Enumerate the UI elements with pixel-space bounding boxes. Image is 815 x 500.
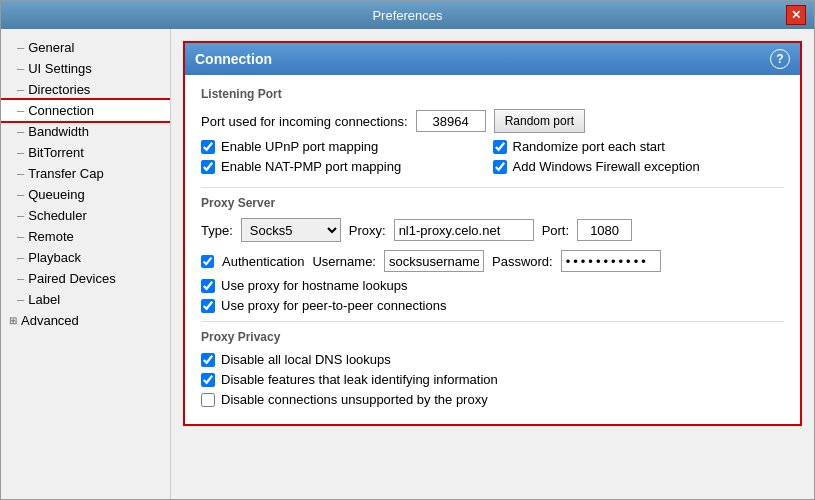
title-bar: Preferences ✕ — [1, 1, 814, 29]
sidebar-item-label[interactable]: – Label — [1, 289, 170, 310]
sidebar-item-label: UI Settings — [28, 61, 92, 76]
sidebar-item-label: General — [28, 40, 74, 55]
help-button[interactable]: ? — [770, 49, 790, 69]
p2p-proxy-checkbox[interactable] — [201, 299, 215, 313]
random-port-button[interactable]: Random port — [494, 109, 585, 133]
proxy-privacy-title: Proxy Privacy — [201, 330, 784, 344]
sidebar-item-label: Scheduler — [28, 208, 87, 223]
disable-dns-checkbox[interactable] — [201, 353, 215, 367]
port-label: Port used for incoming connections: — [201, 114, 408, 129]
sidebar-item-label: Advanced — [21, 313, 79, 328]
dash-icon: – — [17, 208, 24, 223]
hostname-proxy-checkbox[interactable] — [201, 279, 215, 293]
dash-icon: – — [17, 103, 24, 118]
auth-row: Authentication Username: Password: — [201, 250, 784, 272]
p2p-proxy-row: Use proxy for peer-to-peer connections — [201, 298, 784, 313]
p2p-proxy-label: Use proxy for peer-to-peer connections — [221, 298, 446, 313]
listening-port-title: Listening Port — [201, 87, 784, 101]
sidebar-item-label: Paired Devices — [28, 271, 115, 286]
upnp-checkbox[interactable] — [201, 140, 215, 154]
natpmp-label: Enable NAT-PMP port mapping — [221, 159, 401, 174]
proxy-server-title: Proxy Server — [201, 196, 784, 210]
firewall-checkbox-row: Add Windows Firewall exception — [493, 159, 785, 174]
disable-dns-row: Disable all local DNS lookups — [201, 352, 784, 367]
port-row: Port used for incoming connections: Rand… — [201, 109, 784, 133]
proxy-label: Proxy: — [349, 223, 386, 238]
disable-dns-label: Disable all local DNS lookups — [221, 352, 391, 367]
window-body: – General – UI Settings – Directories – … — [1, 29, 814, 499]
expand-icon: ⊞ — [9, 315, 17, 326]
port-options-grid: Enable UPnP port mapping Randomize port … — [201, 139, 784, 179]
sidebar-item-label: Bandwidth — [28, 124, 89, 139]
upnp-checkbox-row: Enable UPnP port mapping — [201, 139, 493, 154]
close-button[interactable]: ✕ — [786, 5, 806, 25]
sidebar-item-label: Playback — [28, 250, 81, 265]
sidebar-item-directories[interactable]: – Directories — [1, 79, 170, 100]
sidebar-item-label: Connection — [28, 103, 94, 118]
username-input[interactable] — [384, 250, 484, 272]
disable-unsupported-label: Disable connections unsupported by the p… — [221, 392, 488, 407]
username-label: Username: — [312, 254, 376, 269]
disable-leak-label: Disable features that leak identifying i… — [221, 372, 498, 387]
sidebar-item-remote[interactable]: – Remote — [1, 226, 170, 247]
proxy-type-select[interactable]: Socks5 None Socks4 HTTP — [241, 218, 341, 242]
dash-icon: – — [17, 187, 24, 202]
hostname-proxy-row: Use proxy for hostname lookups — [201, 278, 784, 293]
sidebar-item-general[interactable]: – General — [1, 37, 170, 58]
sidebar-item-bittorrent[interactable]: – BitTorrent — [1, 142, 170, 163]
window-title: Preferences — [29, 8, 786, 23]
randomize-port-checkbox-row: Randomize port each start — [493, 139, 785, 154]
sidebar-item-label: BitTorrent — [28, 145, 84, 160]
proxy-port-label: Port: — [542, 223, 569, 238]
connection-panel: Connection ? Listening Port Port used fo… — [183, 41, 802, 426]
password-input[interactable] — [561, 250, 661, 272]
dash-icon: – — [17, 145, 24, 160]
sidebar-item-connection[interactable]: – Connection — [1, 100, 170, 121]
natpmp-checkbox[interactable] — [201, 160, 215, 174]
dash-icon: – — [17, 61, 24, 76]
firewall-label: Add Windows Firewall exception — [513, 159, 700, 174]
main-content: Connection ? Listening Port Port used fo… — [171, 29, 814, 499]
sidebar-item-label: Queueing — [28, 187, 84, 202]
sidebar-item-playback[interactable]: – Playback — [1, 247, 170, 268]
divider-1 — [201, 187, 784, 188]
dash-icon: – — [17, 124, 24, 139]
disable-unsupported-checkbox[interactable] — [201, 393, 215, 407]
hostname-proxy-label: Use proxy for hostname lookups — [221, 278, 407, 293]
panel-header: Connection ? — [185, 43, 800, 75]
proxy-type-row: Type: Socks5 None Socks4 HTTP Proxy: Por… — [201, 218, 784, 242]
dash-icon: – — [17, 40, 24, 55]
auth-label: Authentication — [222, 254, 304, 269]
firewall-checkbox[interactable] — [493, 160, 507, 174]
password-label: Password: — [492, 254, 553, 269]
dash-icon: – — [17, 166, 24, 181]
natpmp-checkbox-row: Enable NAT-PMP port mapping — [201, 159, 493, 174]
divider-2 — [201, 321, 784, 322]
auth-checkbox[interactable] — [201, 255, 214, 268]
sidebar-item-transfer-cap[interactable]: – Transfer Cap — [1, 163, 170, 184]
randomize-port-checkbox[interactable] — [493, 140, 507, 154]
sidebar-item-scheduler[interactable]: – Scheduler — [1, 205, 170, 226]
dash-icon: – — [17, 82, 24, 97]
sidebar-item-queueing[interactable]: – Queueing — [1, 184, 170, 205]
preferences-window: Preferences ✕ – General – UI Settings – … — [0, 0, 815, 500]
dash-icon: – — [17, 292, 24, 307]
type-label: Type: — [201, 223, 233, 238]
sidebar-item-label: Directories — [28, 82, 90, 97]
sidebar-item-paired-devices[interactable]: – Paired Devices — [1, 268, 170, 289]
sidebar-item-advanced[interactable]: ⊞ Advanced — [1, 310, 170, 331]
disable-leak-checkbox[interactable] — [201, 373, 215, 387]
upnp-label: Enable UPnP port mapping — [221, 139, 378, 154]
sidebar-item-label: Remote — [28, 229, 74, 244]
dash-icon: – — [17, 229, 24, 244]
port-input[interactable] — [416, 110, 486, 132]
dash-icon: – — [17, 250, 24, 265]
sidebar: – General – UI Settings – Directories – … — [1, 29, 171, 499]
sidebar-item-label: Label — [28, 292, 60, 307]
proxy-port-input[interactable] — [577, 219, 632, 241]
sidebar-item-bandwidth[interactable]: – Bandwidth — [1, 121, 170, 142]
disable-unsupported-row: Disable connections unsupported by the p… — [201, 392, 784, 407]
panel-title: Connection — [195, 51, 272, 67]
proxy-host-input[interactable] — [394, 219, 534, 241]
sidebar-item-ui-settings[interactable]: – UI Settings — [1, 58, 170, 79]
